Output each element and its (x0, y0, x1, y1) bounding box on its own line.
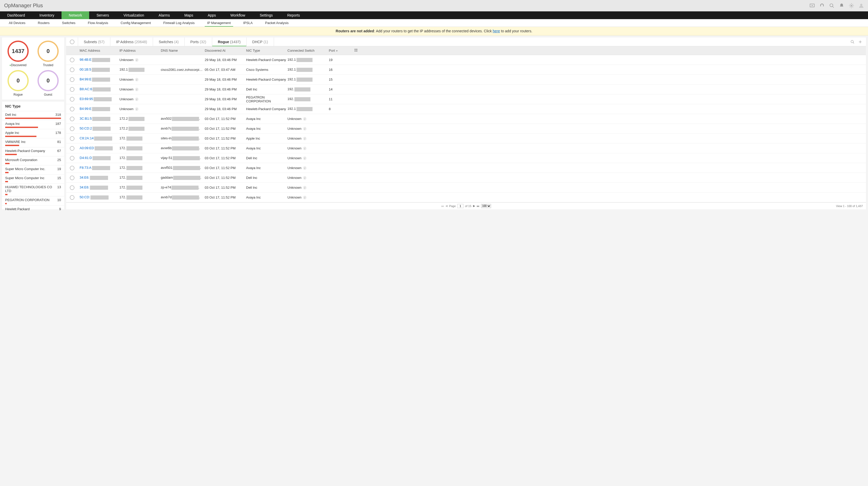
tab-subnets[interactable]: Subnets (57) (78, 37, 111, 46)
info-icon[interactable]: i (135, 97, 138, 101)
mac-link[interactable]: F8:73:A (80, 166, 92, 170)
info-icon[interactable]: i (303, 137, 307, 140)
nic-row[interactable]: Dell Inc318 (2, 111, 64, 120)
play-screen-icon[interactable] (810, 3, 815, 8)
info-icon[interactable]: i (303, 166, 307, 170)
info-icon[interactable]: i (135, 107, 138, 111)
nic-row[interactable]: Super Micro Computer Inc.19 (2, 165, 64, 175)
row-checkbox[interactable] (70, 67, 74, 72)
row-checkbox[interactable] (70, 176, 74, 180)
select-all-checkbox[interactable] (70, 39, 74, 44)
mac-link[interactable]: 34:E6: (80, 185, 89, 189)
pager-last[interactable]: ⏭ (477, 205, 479, 208)
subnav-routers[interactable]: Routers (32, 19, 56, 27)
user-icon[interactable] (859, 3, 864, 8)
nav-apps[interactable]: Apps (200, 11, 223, 19)
row-checkbox[interactable] (70, 117, 74, 121)
pager-page-size[interactable]: 100 (481, 204, 491, 208)
row-checkbox[interactable] (70, 58, 74, 62)
info-icon[interactable]: i (303, 186, 307, 189)
info-icon[interactable]: i (135, 88, 138, 91)
tab-rogue[interactable]: Rogue (1437) (212, 37, 247, 46)
nav-inventory[interactable]: Inventory (32, 11, 62, 19)
subnav-config-management[interactable]: Config Management (115, 19, 157, 27)
info-icon[interactable]: i (303, 196, 307, 199)
mac-link[interactable]: B4:99:E (80, 77, 92, 81)
stat-discovered[interactable]: 1437 ▾Discovered (7, 40, 29, 67)
nic-row[interactable]: Hewlett Packard9 (2, 206, 64, 211)
stat-trusted[interactable]: 0 Trusted (37, 40, 59, 67)
tab-ports[interactable]: Ports (32) (185, 37, 212, 46)
stat-rogue[interactable]: 0 Rogue (7, 70, 29, 96)
col-switch[interactable]: Connected Switch (287, 49, 329, 53)
nic-row[interactable]: Microsoft Corporation25 (2, 156, 64, 165)
banner-link-here[interactable]: here (493, 29, 500, 33)
tab-ip-address[interactable]: IP Address (20648) (111, 37, 153, 46)
nav-alarms[interactable]: Alarms (152, 11, 177, 19)
pager-prev[interactable]: ◀ (445, 204, 447, 208)
col-discovered[interactable]: Discovered At (205, 49, 246, 53)
info-icon[interactable]: i (303, 176, 307, 180)
nic-row[interactable]: HUAWEI TECHNOLOGIES CO LTD13 (2, 184, 64, 196)
nav-network[interactable]: Network (62, 11, 89, 19)
mac-link[interactable]: 50:CD:2 (80, 126, 92, 130)
mac-link[interactable]: B8:AC:6 (80, 87, 92, 91)
nav-workflow[interactable]: Workflow (223, 11, 252, 19)
mac-link[interactable]: 3C:B1:5 (80, 117, 92, 120)
search-icon[interactable] (829, 3, 834, 8)
mac-link[interactable]: 00:1B:5 (80, 67, 91, 71)
nav-servers[interactable]: Servers (89, 11, 116, 19)
col-dns[interactable]: DNS Name (161, 49, 205, 53)
nic-row[interactable]: Avaya Inc187 (2, 120, 64, 129)
tab-switches[interactable]: Switches (4) (153, 37, 185, 46)
row-checkbox[interactable] (70, 136, 74, 141)
nav-maps[interactable]: Maps (177, 11, 200, 19)
mac-link[interactable]: E0:69:95 (80, 97, 93, 101)
row-checkbox[interactable] (70, 126, 74, 131)
mac-link[interactable]: 34:E6: (80, 176, 89, 179)
nav-dashboard[interactable]: Dashboard (0, 11, 32, 19)
gear-icon[interactable] (849, 3, 854, 8)
row-checkbox[interactable] (70, 87, 74, 92)
pager-next[interactable]: ▶ (473, 204, 475, 208)
table-search-icon[interactable] (850, 40, 855, 44)
mac-link[interactable]: A0:09:ED (80, 146, 94, 150)
subnav-packet-analysis[interactable]: Packet Analysis (259, 19, 295, 27)
nic-row[interactable]: Super Micro Computer Inc15 (2, 175, 64, 184)
row-checkbox[interactable] (70, 97, 74, 101)
row-checkbox[interactable] (70, 107, 74, 112)
bell-icon[interactable] (839, 3, 844, 8)
row-checkbox[interactable] (70, 77, 74, 82)
subnav-ip-management[interactable]: IP Management (201, 19, 237, 27)
subnav-flow-analysis[interactable]: Flow Analysis (82, 19, 115, 27)
mac-link[interactable]: 50:CD: (80, 195, 90, 199)
subnav-firewall-log-analysis[interactable]: Firewall Log Analysis (157, 19, 201, 27)
info-icon[interactable]: i (135, 58, 138, 62)
mac-link[interactable]: D4:81:D (80, 156, 92, 160)
nav-reports[interactable]: Reports (280, 11, 307, 19)
nic-row[interactable]: PEGATRON CORPORATION10 (2, 196, 64, 206)
info-icon[interactable]: i (135, 78, 138, 82)
col-mac[interactable]: MAC Address (78, 49, 119, 53)
row-checkbox[interactable] (70, 166, 74, 170)
subnav-all-devices[interactable]: All Devices (3, 19, 32, 27)
nav-virtualization[interactable]: Virtualization (116, 11, 152, 19)
pager-page-input[interactable] (457, 204, 463, 208)
mac-link[interactable]: 98:4B:E (80, 58, 92, 62)
info-icon[interactable]: i (303, 156, 307, 160)
pager-first[interactable]: ⏮ (441, 205, 444, 208)
row-checkbox[interactable] (70, 185, 74, 190)
col-nic[interactable]: NIC Type (246, 49, 287, 53)
subnav-ipsla[interactable]: IPSLA (237, 19, 259, 27)
col-port[interactable]: Port▼ (329, 49, 352, 53)
row-checkbox[interactable] (70, 195, 74, 200)
mac-link[interactable]: B4:99:E (80, 107, 92, 111)
nic-row[interactable]: VMWARE Inc81 (2, 138, 64, 147)
tab-dhcp[interactable]: DHCP (1) (247, 37, 274, 46)
column-settings-icon[interactable] (352, 48, 360, 53)
row-checkbox[interactable] (70, 156, 74, 160)
subnav-switches[interactable]: Switches (56, 19, 82, 27)
stat-guest[interactable]: 0 Guest (37, 70, 59, 96)
mac-link[interactable]: C8:2A:14 (80, 136, 94, 140)
row-checkbox[interactable] (70, 146, 74, 151)
